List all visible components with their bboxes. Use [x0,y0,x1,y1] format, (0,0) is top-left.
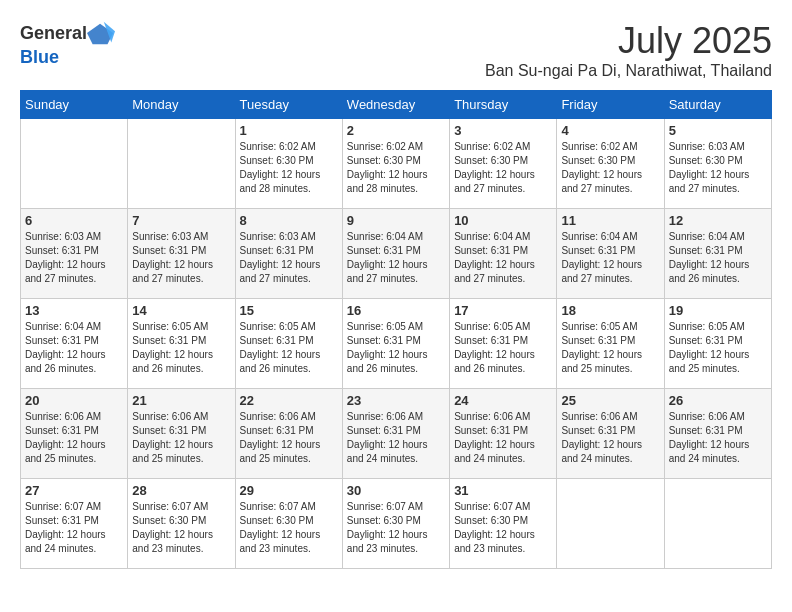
day-number: 27 [25,483,123,498]
day-info: Sunrise: 6:04 AM Sunset: 6:31 PM Dayligh… [347,230,445,286]
calendar-cell: 28Sunrise: 6:07 AM Sunset: 6:30 PM Dayli… [128,479,235,569]
day-number: 13 [25,303,123,318]
calendar-cell: 5Sunrise: 6:03 AM Sunset: 6:30 PM Daylig… [664,119,771,209]
day-number: 10 [454,213,552,228]
day-number: 19 [669,303,767,318]
day-info: Sunrise: 6:05 AM Sunset: 6:31 PM Dayligh… [132,320,230,376]
day-info: Sunrise: 6:03 AM Sunset: 6:31 PM Dayligh… [240,230,338,286]
day-number: 7 [132,213,230,228]
calendar-week-4: 20Sunrise: 6:06 AM Sunset: 6:31 PM Dayli… [21,389,772,479]
day-number: 20 [25,393,123,408]
day-info: Sunrise: 6:07 AM Sunset: 6:30 PM Dayligh… [454,500,552,556]
day-number: 31 [454,483,552,498]
day-number: 24 [454,393,552,408]
day-number: 5 [669,123,767,138]
logo-blue: Blue [20,48,59,68]
day-info: Sunrise: 6:06 AM Sunset: 6:31 PM Dayligh… [669,410,767,466]
day-info: Sunrise: 6:02 AM Sunset: 6:30 PM Dayligh… [347,140,445,196]
day-info: Sunrise: 6:02 AM Sunset: 6:30 PM Dayligh… [240,140,338,196]
day-info: Sunrise: 6:07 AM Sunset: 6:31 PM Dayligh… [25,500,123,556]
calendar-cell: 10Sunrise: 6:04 AM Sunset: 6:31 PM Dayli… [450,209,557,299]
calendar-cell: 11Sunrise: 6:04 AM Sunset: 6:31 PM Dayli… [557,209,664,299]
day-number: 22 [240,393,338,408]
weekday-header-row: SundayMondayTuesdayWednesdayThursdayFrid… [21,91,772,119]
day-number: 9 [347,213,445,228]
day-info: Sunrise: 6:03 AM Sunset: 6:31 PM Dayligh… [25,230,123,286]
calendar-cell: 26Sunrise: 6:06 AM Sunset: 6:31 PM Dayli… [664,389,771,479]
day-number: 2 [347,123,445,138]
calendar-cell: 19Sunrise: 6:05 AM Sunset: 6:31 PM Dayli… [664,299,771,389]
calendar-week-3: 13Sunrise: 6:04 AM Sunset: 6:31 PM Dayli… [21,299,772,389]
day-info: Sunrise: 6:02 AM Sunset: 6:30 PM Dayligh… [454,140,552,196]
weekday-header-friday: Friday [557,91,664,119]
day-info: Sunrise: 6:07 AM Sunset: 6:30 PM Dayligh… [347,500,445,556]
day-number: 21 [132,393,230,408]
calendar-cell [128,119,235,209]
calendar-week-5: 27Sunrise: 6:07 AM Sunset: 6:31 PM Dayli… [21,479,772,569]
calendar-cell: 6Sunrise: 6:03 AM Sunset: 6:31 PM Daylig… [21,209,128,299]
weekday-header-wednesday: Wednesday [342,91,449,119]
header: General Blue July 2025 Ban Su-ngai Pa Di… [20,20,772,80]
logo: General Blue [20,20,115,68]
day-number: 4 [561,123,659,138]
day-number: 14 [132,303,230,318]
calendar-cell: 2Sunrise: 6:02 AM Sunset: 6:30 PM Daylig… [342,119,449,209]
calendar-cell: 22Sunrise: 6:06 AM Sunset: 6:31 PM Dayli… [235,389,342,479]
calendar-cell: 4Sunrise: 6:02 AM Sunset: 6:30 PM Daylig… [557,119,664,209]
calendar-cell: 13Sunrise: 6:04 AM Sunset: 6:31 PM Dayli… [21,299,128,389]
day-info: Sunrise: 6:03 AM Sunset: 6:30 PM Dayligh… [669,140,767,196]
logo-general: General [20,24,87,44]
calendar-cell: 21Sunrise: 6:06 AM Sunset: 6:31 PM Dayli… [128,389,235,479]
day-info: Sunrise: 6:04 AM Sunset: 6:31 PM Dayligh… [561,230,659,286]
calendar-cell: 31Sunrise: 6:07 AM Sunset: 6:30 PM Dayli… [450,479,557,569]
calendar-cell: 16Sunrise: 6:05 AM Sunset: 6:31 PM Dayli… [342,299,449,389]
calendar-body: 1Sunrise: 6:02 AM Sunset: 6:30 PM Daylig… [21,119,772,569]
day-info: Sunrise: 6:03 AM Sunset: 6:31 PM Dayligh… [132,230,230,286]
day-number: 25 [561,393,659,408]
day-info: Sunrise: 6:06 AM Sunset: 6:31 PM Dayligh… [347,410,445,466]
day-number: 1 [240,123,338,138]
day-info: Sunrise: 6:04 AM Sunset: 6:31 PM Dayligh… [454,230,552,286]
weekday-header-monday: Monday [128,91,235,119]
calendar-cell [21,119,128,209]
day-number: 16 [347,303,445,318]
day-info: Sunrise: 6:06 AM Sunset: 6:31 PM Dayligh… [25,410,123,466]
day-number: 30 [347,483,445,498]
calendar-cell: 17Sunrise: 6:05 AM Sunset: 6:31 PM Dayli… [450,299,557,389]
title-area: July 2025 Ban Su-ngai Pa Di, Narathiwat,… [485,20,772,80]
calendar-cell: 3Sunrise: 6:02 AM Sunset: 6:30 PM Daylig… [450,119,557,209]
weekday-header-sunday: Sunday [21,91,128,119]
day-info: Sunrise: 6:06 AM Sunset: 6:31 PM Dayligh… [132,410,230,466]
calendar-cell: 27Sunrise: 6:07 AM Sunset: 6:31 PM Dayli… [21,479,128,569]
day-info: Sunrise: 6:04 AM Sunset: 6:31 PM Dayligh… [25,320,123,376]
day-info: Sunrise: 6:05 AM Sunset: 6:31 PM Dayligh… [561,320,659,376]
day-info: Sunrise: 6:07 AM Sunset: 6:30 PM Dayligh… [240,500,338,556]
day-number: 28 [132,483,230,498]
day-info: Sunrise: 6:05 AM Sunset: 6:31 PM Dayligh… [454,320,552,376]
location-title: Ban Su-ngai Pa Di, Narathiwat, Thailand [485,62,772,80]
weekday-header-tuesday: Tuesday [235,91,342,119]
weekday-header-thursday: Thursday [450,91,557,119]
day-number: 6 [25,213,123,228]
day-number: 3 [454,123,552,138]
calendar-cell: 7Sunrise: 6:03 AM Sunset: 6:31 PM Daylig… [128,209,235,299]
day-number: 17 [454,303,552,318]
calendar-cell: 9Sunrise: 6:04 AM Sunset: 6:31 PM Daylig… [342,209,449,299]
day-number: 23 [347,393,445,408]
day-number: 15 [240,303,338,318]
day-info: Sunrise: 6:06 AM Sunset: 6:31 PM Dayligh… [454,410,552,466]
calendar-cell [664,479,771,569]
calendar-cell: 14Sunrise: 6:05 AM Sunset: 6:31 PM Dayli… [128,299,235,389]
calendar-cell: 29Sunrise: 6:07 AM Sunset: 6:30 PM Dayli… [235,479,342,569]
calendar-cell: 1Sunrise: 6:02 AM Sunset: 6:30 PM Daylig… [235,119,342,209]
calendar-week-1: 1Sunrise: 6:02 AM Sunset: 6:30 PM Daylig… [21,119,772,209]
day-info: Sunrise: 6:06 AM Sunset: 6:31 PM Dayligh… [240,410,338,466]
day-info: Sunrise: 6:02 AM Sunset: 6:30 PM Dayligh… [561,140,659,196]
day-number: 18 [561,303,659,318]
calendar-cell: 23Sunrise: 6:06 AM Sunset: 6:31 PM Dayli… [342,389,449,479]
weekday-header-saturday: Saturday [664,91,771,119]
calendar-cell: 25Sunrise: 6:06 AM Sunset: 6:31 PM Dayli… [557,389,664,479]
calendar-cell: 15Sunrise: 6:05 AM Sunset: 6:31 PM Dayli… [235,299,342,389]
calendar-cell: 12Sunrise: 6:04 AM Sunset: 6:31 PM Dayli… [664,209,771,299]
logo-icon [87,20,115,48]
